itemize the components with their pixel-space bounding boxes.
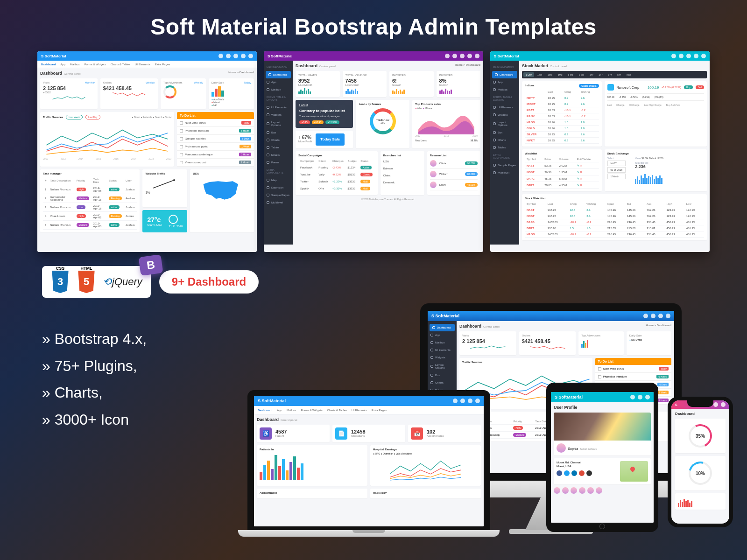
device-iphone: S Dashboard 35% 10% — [668, 397, 733, 527]
tab[interactable]: Max — [624, 72, 633, 77]
tab[interactable]: 1Wk — [535, 72, 544, 77]
tab[interactable]: 6 Mo — [566, 72, 576, 77]
list-item[interactable]: Olivia95.00% — [430, 158, 478, 169]
sell-button[interactable]: Sell — [696, 85, 704, 89]
topbar: S SoftMaterial — [490, 51, 710, 61]
table-row[interactable]: NIFTY10.250.92.6 — [525, 95, 599, 101]
table-row[interactable]: DFRT235.961.51.0215.03215.03215.03456.23… — [525, 225, 704, 231]
gauge-1: 35% — [689, 424, 712, 448]
task-manager-card: Task manager #Task DescriptionPriorityTa… — [40, 169, 140, 232]
profile-card: Sophia Senior Software — [554, 413, 651, 455]
stat-visits: Visits Monthly 2 125 854 +8562 — [40, 78, 98, 109]
menubar[interactable]: DashboardAppMailboxForms & WidgetsCharts… — [37, 61, 257, 68]
table-row[interactable]: BANK10.03-10.1-0.2 — [525, 113, 599, 119]
stat-operations: 📄12458Operations — [332, 425, 405, 442]
stat-total-leads: TOTAL LEADS8952Last Month — [296, 71, 340, 97]
table-row[interactable]: HAOS10.961.51.0 — [525, 119, 599, 126]
location-card: Mount Rd, ChennaiMiami, USA — [554, 458, 651, 484]
tab[interactable]: 9 Mo — [577, 72, 586, 77]
gauge-2: 10% — [689, 462, 712, 485]
table-row[interactable]: MIDCT10.250.92.6 — [525, 101, 599, 107]
radiology-card: Radiology — [370, 489, 481, 498]
list-item[interactable]: USA — [383, 158, 422, 165]
list-item[interactable]: China — [383, 172, 422, 179]
today-sale-card: ↑ 67%More Profit Today Sale — [296, 131, 353, 148]
traffic-sources-card: Traffic Sources Last Week Last Day ● Dir… — [40, 112, 174, 167]
todo-item[interactable]: Proin nec mi porta1 Week — [177, 143, 254, 151]
stock-exchange-card: Stock Exchange SelectNAST02-08-20181 Mon… — [605, 149, 707, 191]
tab[interactable]: 3Yr — [606, 72, 614, 77]
table-row[interactable]: NAST53.262.02M✎ ✕ — [525, 162, 599, 169]
device-macbook: S SoftMaterial DashboardAppMailboxForms … — [247, 390, 490, 537]
table-row[interactable]: BSAT10.03-10.1-0.2 — [525, 107, 599, 113]
table-row[interactable]: GOLD10.961.51.0 — [525, 126, 599, 132]
todo-item[interactable]: Vivamus nec orci1 Month — [177, 159, 254, 167]
table-row[interactable]: NAST965.2612.62.6145.26145.26762.26122.9… — [525, 207, 704, 213]
screenshot-stock-market: S SoftMaterial MAIN NAVIGATION Dashboard… — [490, 51, 710, 252]
table-row[interactable]: DFRT78.854.25M✎ ✕ — [525, 182, 599, 189]
table-row[interactable]: DAFG1452.03-10.1-0.2236.45236.45236.4545… — [525, 219, 704, 225]
tab[interactable]: 1Mo — [545, 72, 555, 77]
timerange-tabs[interactable]: 1 Day1Wk1Mo3Mo6 Mo9 Mo1Yr2Yr3Yr5YrMax — [522, 71, 707, 78]
table-row[interactable]: NIFDT10.250.92.6 — [525, 138, 599, 144]
breadcrumb: Home > Dashboard — [228, 71, 254, 74]
resume-card: Resume List Olivia95.00%William85.00%Emi… — [427, 151, 480, 195]
quote-details-button[interactable]: Quote Details — [579, 84, 599, 88]
table-row[interactable]: NOST965.2612.62.6145.26145.26762.26122.9… — [525, 213, 704, 219]
table-row[interactable]: 2Consectetur AdipiscingMedium2019-Apr-15… — [43, 194, 137, 203]
svg-point-1 — [173, 179, 175, 181]
table-row[interactable]: YoutubeVally-0.32%$5632Closed — [298, 171, 375, 178]
topbar: S SoftMaterial — [37, 51, 257, 61]
ticker-card: Nanosoft Corp 105.19 -0.258 (-0.52%) Buy… — [605, 81, 707, 147]
tab[interactable]: 3Mo — [556, 72, 565, 77]
table-row[interactable]: 3Nullam RhoncusLow2019-Apr-18activeJoshu… — [43, 203, 137, 212]
todo-item[interactable]: Nulla vitae purusToday — [595, 365, 672, 373]
table-row[interactable]: FacebookRoofing-2.43%$1234Active — [298, 164, 375, 171]
todo-item[interactable]: Maecenas scelerisque3 Hours — [177, 151, 254, 159]
todo-item[interactable]: Phasellus interdum6 Hours — [177, 127, 254, 135]
list-item[interactable]: Denmark — [383, 179, 422, 186]
css3-icon — [50, 271, 70, 293]
table-row[interactable]: 5Nullam RhoncusMedium2019-Apr-08activeJo… — [43, 221, 137, 230]
stat-appointments: 📅102Appointments — [408, 425, 481, 442]
todo-item[interactable]: Quisque sodales6 Days — [177, 135, 254, 143]
dashboard-count-pill: 9+ Dashboard — [159, 270, 259, 294]
todo-item[interactable]: Nulla vitae purusToday — [177, 119, 254, 127]
table-row[interactable]: SILVER10.250.92.6 — [525, 132, 599, 138]
screenshot-dashboard-light: S SoftMaterial DashboardAppMailboxForms … — [37, 51, 257, 252]
list-item[interactable]: Emily45.00% — [430, 180, 478, 190]
tab[interactable]: 1Yr — [587, 72, 596, 77]
table-row[interactable]: DAFG45.266.89M✎ ✕ — [525, 175, 599, 182]
stat-advertisers: Top Advertisers Weekly — [161, 78, 206, 109]
exchange-select[interactable]: NAST — [607, 161, 626, 166]
list-item[interactable]: William85.00% — [430, 169, 478, 180]
todo-card: To Do List Nulla vitae purusTodayPhasell… — [177, 112, 254, 167]
jquery-logo: jQuery — [103, 276, 142, 288]
table-row[interactable]: TwitterSoftech+1.23%$3332Hold — [298, 178, 375, 185]
today-sale-button[interactable]: Today Sale — [316, 133, 345, 146]
hospital-earnings-card: Hospital Earnings ● OPD ● Operation ● La… — [370, 445, 481, 486]
tab[interactable]: 1 Day — [523, 72, 534, 77]
brand-logo: S SoftMaterial — [41, 54, 66, 58]
leads-by-source-card: Leads by Source Tredshow150 — [356, 100, 409, 148]
top-screenshots-row: S SoftMaterial DashboardAppMailboxForms … — [0, 51, 747, 252]
hero-title: Soft Material Bootstrap Admin Templates — [0, 0, 747, 51]
table-row[interactable]: 1Nullam RhoncusHigh2019-Apr-08activeJosh… — [43, 185, 137, 194]
buy-button[interactable]: Buy — [684, 85, 693, 89]
table-row[interactable]: HAOS1452.03-10.1-0.2236.45236.45236.4545… — [525, 231, 704, 238]
weather-card: 27°cMiami, USA 21.11.2018 — [142, 210, 187, 232]
screenshot-dashboard-dark-sidebar: S SoftMaterial MAIN NAVIGATION Dashboard… — [264, 51, 483, 252]
stat-daily-sale: Daily Sale Today ● Abu Dhabi● Miami● NZ — [209, 78, 254, 109]
table-row[interactable]: SpotifyOfra+3.32%$3332Hold — [298, 185, 375, 192]
tab[interactable]: 2Yr — [597, 72, 605, 77]
sidebar[interactable]: MAIN NAVIGATION Dashboard App Mailbox FO… — [490, 61, 519, 245]
stat-invoices-2: INVOICES8%Growth — [437, 71, 481, 97]
devices-cluster: S SoftMaterial Dashboard App Mailbox UI … — [247, 303, 742, 560]
table-row[interactable]: 4Vitae LoremHigh2019-Apr-02PendingJames — [43, 212, 137, 221]
todo-item[interactable]: Phasellus interdum6 Hours — [595, 373, 672, 381]
stock-watchlist-card: Stock Watchlist SymbolLastChng%ChngOpenB… — [522, 194, 707, 240]
tab[interactable]: 5Yr — [615, 72, 623, 77]
sidebar[interactable]: MAIN NAVIGATION Dashboard App Mailbox FO… — [264, 61, 293, 245]
list-item[interactable]: Bahrain — [383, 165, 422, 172]
table-row[interactable]: NOST26.361.25M✎ ✕ — [525, 169, 599, 175]
